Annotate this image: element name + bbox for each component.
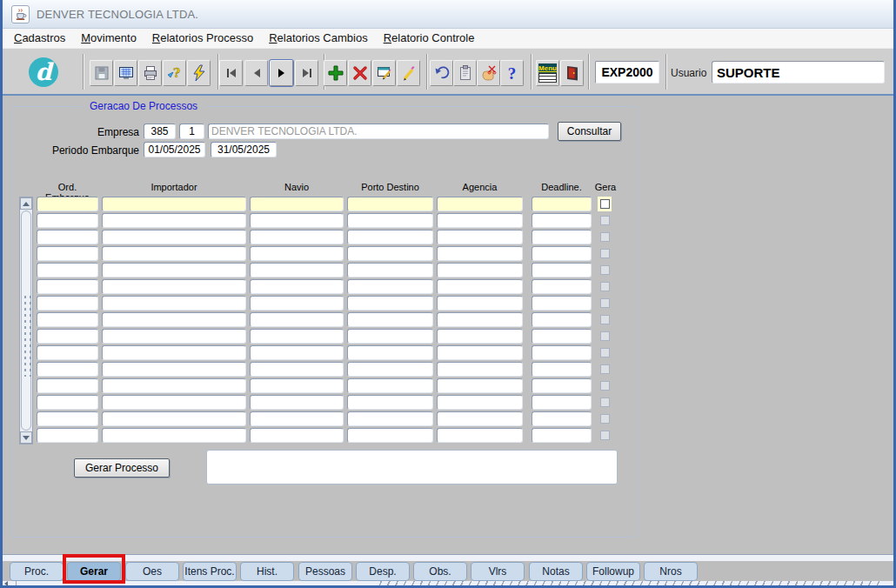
grid-cell-porto-destino[interactable]: [347, 312, 433, 327]
gera-checkbox[interactable]: [598, 197, 612, 211]
gera-checkbox[interactable]: [598, 213, 612, 228]
grid-cell-navio[interactable]: [250, 279, 344, 294]
menu-item-relatorios-cambios[interactable]: Relatorios Cambios: [261, 29, 375, 48]
menu-item-movimento[interactable]: Movimento: [73, 29, 144, 48]
gera-checkbox[interactable]: [598, 362, 612, 377]
menu-button[interactable]: Menu: [536, 60, 559, 86]
grid-cell-agencia[interactable]: [437, 395, 523, 410]
grid-cell-importador[interactable]: [102, 395, 246, 410]
grid-cell-navio[interactable]: [250, 263, 344, 277]
grid-cell-ord-embarque[interactable]: [37, 296, 98, 311]
grid-cell-agencia[interactable]: [437, 362, 523, 377]
gera-checkbox[interactable]: [598, 246, 612, 261]
gera-checkbox[interactable]: [598, 329, 612, 344]
grid-cell-navio[interactable]: [250, 296, 344, 311]
grid-cell-agencia[interactable]: [437, 312, 523, 327]
grid-cell-importador[interactable]: [102, 312, 246, 327]
execute-button[interactable]: [187, 60, 211, 86]
grid-cell-ord-embarque[interactable]: [37, 395, 98, 410]
grid-cell-porto-destino[interactable]: [347, 230, 433, 244]
undo-button[interactable]: [430, 60, 453, 86]
clipboard-button[interactable]: [453, 60, 477, 86]
grid-cell-deadline[interactable]: [532, 263, 592, 277]
exp2000-button[interactable]: EXP2000: [595, 61, 659, 84]
menu-item-relatorios-processo[interactable]: Relatorios Processo: [144, 29, 261, 48]
grid-cell-importador[interactable]: [102, 329, 246, 344]
grid-cell-deadline[interactable]: [532, 246, 592, 261]
gera-checkbox[interactable]: [598, 279, 612, 294]
tab-desp[interactable]: Desp.: [356, 562, 410, 581]
grid-cell-ord-embarque[interactable]: [37, 197, 98, 211]
gerar-processo-button[interactable]: Gerar Processo: [74, 458, 170, 478]
grid-cell-agencia[interactable]: [437, 296, 523, 311]
last-record-button[interactable]: [295, 60, 318, 86]
grid-cell-ord-embarque[interactable]: [37, 411, 98, 426]
grid-cell-porto-destino[interactable]: [347, 411, 433, 426]
empresa-filial-field[interactable]: [179, 124, 204, 139]
grid-cell-porto-destino[interactable]: [347, 296, 433, 311]
gera-checkbox[interactable]: [598, 378, 612, 393]
grid-cell-ord-embarque[interactable]: [37, 329, 98, 344]
gera-checkbox[interactable]: [598, 395, 612, 410]
grid-cell-porto-destino[interactable]: [347, 362, 433, 377]
gera-checkbox[interactable]: [598, 411, 612, 426]
grid-cell-porto-destino[interactable]: [347, 428, 433, 443]
exit-button[interactable]: [560, 60, 584, 86]
grid-cell-porto-destino[interactable]: [347, 329, 433, 344]
grid-cell-navio[interactable]: [250, 395, 344, 410]
tab-obs[interactable]: Obs.: [413, 562, 467, 581]
grid-cell-agencia[interactable]: [437, 263, 523, 277]
gera-checkbox[interactable]: [598, 263, 612, 277]
tab-oes[interactable]: Oes: [125, 562, 179, 581]
print-button[interactable]: [138, 60, 162, 86]
empresa-nome-field[interactable]: [208, 124, 549, 139]
next-record-button[interactable]: [270, 60, 293, 86]
previous-record-button[interactable]: [244, 60, 268, 86]
grid-cell-deadline[interactable]: [532, 312, 592, 327]
grid-cell-navio[interactable]: [250, 345, 344, 360]
grid-cell-ord-embarque[interactable]: [37, 263, 98, 277]
grid-cell-porto-destino[interactable]: [347, 395, 433, 410]
grid-cell-deadline[interactable]: [532, 362, 592, 377]
menu-item-relatorio-controle[interactable]: Relatorio Controle: [376, 29, 483, 48]
periodo-fim-field[interactable]: [211, 142, 277, 157]
edit-button[interactable]: [397, 60, 420, 86]
empresa-code-field[interactable]: [144, 124, 176, 139]
grid-cell-deadline[interactable]: [532, 378, 592, 393]
grid-cell-agencia[interactable]: [437, 213, 523, 228]
grid-cell-agencia[interactable]: [437, 246, 523, 261]
grid-cell-agencia[interactable]: [437, 329, 523, 344]
gera-checkbox[interactable]: [598, 230, 612, 244]
tab-followup[interactable]: Followup: [586, 562, 640, 581]
grid-cell-porto-destino[interactable]: [347, 246, 433, 261]
insert-record-button[interactable]: [324, 60, 347, 86]
grid-cell-importador[interactable]: [102, 213, 246, 228]
grid-cell-deadline[interactable]: [532, 230, 592, 244]
grid-cell-porto-destino[interactable]: [347, 345, 433, 360]
grid-cell-ord-embarque[interactable]: [37, 230, 98, 244]
grid-cell-deadline[interactable]: [532, 329, 592, 344]
grid-cell-agencia[interactable]: [437, 197, 523, 211]
execute-query-button[interactable]: ?: [163, 60, 186, 86]
grid-cell-agencia[interactable]: [437, 428, 523, 443]
grid-cell-porto-destino[interactable]: [347, 213, 433, 228]
grid-cell-deadline[interactable]: [532, 395, 592, 410]
consultar-button[interactable]: Consultar: [558, 122, 621, 141]
grid-cell-agencia[interactable]: [437, 378, 523, 393]
grid-cell-navio[interactable]: [250, 329, 344, 344]
grid-cell-ord-embarque[interactable]: [37, 279, 98, 294]
gera-checkbox[interactable]: [598, 312, 612, 327]
grid-cell-importador[interactable]: [102, 428, 246, 443]
grid-cell-importador[interactable]: [102, 279, 246, 294]
grid-cell-porto-destino[interactable]: [347, 279, 433, 294]
grid-cell-navio[interactable]: [250, 197, 344, 211]
first-record-button[interactable]: [219, 60, 243, 86]
periodo-inicio-field[interactable]: [144, 142, 205, 157]
cut-record-button[interactable]: [477, 60, 500, 86]
grid-cell-porto-destino[interactable]: [347, 263, 433, 277]
grid-cell-deadline[interactable]: [532, 197, 592, 211]
grid-cell-porto-destino[interactable]: [347, 378, 433, 393]
tab-pessoas[interactable]: Pessoas: [298, 562, 352, 581]
grid-cell-ord-embarque[interactable]: [37, 378, 98, 393]
grid-cell-navio[interactable]: [250, 213, 344, 228]
